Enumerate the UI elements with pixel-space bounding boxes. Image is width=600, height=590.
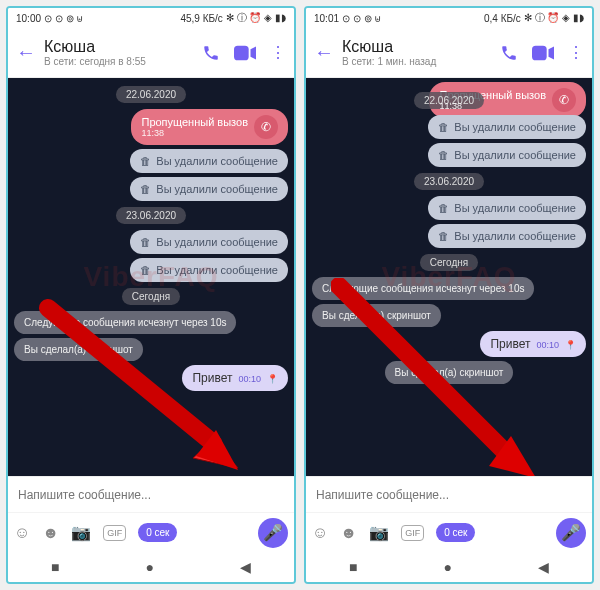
phone-icon: ✆	[552, 88, 576, 112]
video-icon[interactable]	[532, 45, 554, 61]
disappear-notice: Следующие сообщения исчезнут через 10s	[14, 311, 236, 334]
outgoing-message[interactable]: Привет 00:10 📍	[480, 331, 586, 357]
deleted-message: 🗑Вы удалили сообщение	[428, 115, 586, 139]
message-time: 00:10	[536, 340, 559, 350]
phone-screen-right: 10:01 ⊙ ⊙ ⊚ ⊎ 0,4 КБ/с ✻ ⓘ ⏰ ◈ ▮◗ ← Ксюш…	[304, 6, 594, 584]
status-bar: 10:00 ⊙ ⊙ ⊚ ⊎ 45,9 КБ/с ✻ ⓘ ⏰ ◈ ▮◗	[8, 8, 294, 28]
screenshot-notice: Вы сделал(а) скриншот	[14, 338, 143, 361]
deleted-message: 🗑Вы удалили сообщение	[130, 258, 288, 282]
chat-area[interactable]: ViberFAQ Пропущенный вызов 11:38 ✆ 22.06…	[306, 78, 592, 476]
deleted-message: 🗑Вы удалили сообщение	[130, 230, 288, 254]
missed-call-bubble[interactable]: Пропущенный вызов 11:38 ✆	[131, 109, 288, 145]
trash-icon: 🗑	[438, 149, 449, 161]
android-nav: ■ ● ◀	[306, 552, 592, 582]
trash-icon: 🗑	[140, 155, 151, 167]
message-input-bar	[306, 476, 592, 512]
status-time: 10:00	[16, 13, 41, 24]
chat-header: ← Ксюша В сети: 1 мин. назад ⋮	[306, 28, 592, 78]
call-icon[interactable]	[202, 44, 220, 62]
menu-icon[interactable]: ⋮	[568, 43, 584, 62]
location-icon: 📍	[565, 340, 576, 350]
sticker-icon[interactable]: ☺	[312, 524, 328, 542]
trash-icon: 🗑	[438, 202, 449, 214]
trash-icon: 🗑	[140, 264, 151, 276]
android-nav: ■ ● ◀	[8, 552, 294, 582]
menu-icon[interactable]: ⋮	[270, 43, 286, 62]
status-extras: ✻ ⓘ ⏰ ◈ ▮◗	[226, 11, 286, 25]
date-chip: 23.06.2020	[116, 207, 186, 224]
gif-icon[interactable]: GIF	[401, 525, 424, 541]
sticker-icon[interactable]: ☺	[14, 524, 30, 542]
nav-back[interactable]: ◀	[538, 559, 549, 575]
screenshot-notice: Вы сделал(а) скриншот	[312, 304, 441, 327]
message-input[interactable]	[18, 488, 284, 502]
message-text: Привет	[192, 371, 232, 385]
status-bar: 10:01 ⊙ ⊙ ⊚ ⊎ 0,4 КБ/с ✻ ⓘ ⏰ ◈ ▮◗	[306, 8, 592, 28]
location-icon: 📍	[267, 374, 278, 384]
nav-back[interactable]: ◀	[240, 559, 251, 575]
status-data: 0,4 КБ/с	[484, 13, 521, 24]
date-chip: Сегодня	[122, 288, 180, 305]
date-chip: Сегодня	[420, 254, 478, 271]
toolbar: ☺ ☻ 📷 GIF 0 сек 🎤	[8, 512, 294, 552]
trash-icon: 🗑	[438, 121, 449, 133]
disappear-notice: Следующие сообщения исчезнут через 10s	[312, 277, 534, 300]
trash-icon: 🗑	[140, 183, 151, 195]
camera-icon[interactable]: 📷	[369, 523, 389, 542]
missed-call-time: 11:38	[141, 128, 248, 138]
mic-button[interactable]: 🎤	[556, 518, 586, 548]
trash-icon: 🗑	[140, 236, 151, 248]
nav-home[interactable]: ●	[443, 559, 451, 575]
status-notif-icons: ⊙ ⊙ ⊚ ⊎	[342, 13, 381, 24]
back-icon[interactable]: ←	[314, 41, 334, 64]
message-text: Привет	[490, 337, 530, 351]
chat-title: Ксюша	[342, 38, 492, 56]
status-time: 10:01	[314, 13, 339, 24]
outgoing-message[interactable]: Привет 00:10 📍	[182, 365, 288, 391]
chat-area[interactable]: ViberFAQ 22.06.2020 Пропущенный вызов 11…	[8, 78, 294, 476]
phone-screen-left: 10:00 ⊙ ⊙ ⊚ ⊎ 45,9 КБ/с ✻ ⓘ ⏰ ◈ ▮◗ ← Ксю…	[6, 6, 296, 584]
message-input-bar	[8, 476, 294, 512]
screenshot-notice: Вы сделал(а) скриншот	[385, 361, 514, 384]
video-icon[interactable]	[234, 45, 256, 61]
chat-subtitle: В сети: сегодня в 8:55	[44, 56, 194, 67]
camera-icon[interactable]: 📷	[71, 523, 91, 542]
deleted-message: 🗑Вы удалили сообщение	[428, 196, 586, 220]
deleted-message: 🗑Вы удалили сообщение	[428, 143, 586, 167]
call-icon[interactable]	[500, 44, 518, 62]
status-extras: ✻ ⓘ ⏰ ◈ ▮◗	[524, 11, 584, 25]
deleted-message: 🗑Вы удалили сообщение	[428, 224, 586, 248]
message-input[interactable]	[316, 488, 582, 502]
nav-home[interactable]: ●	[145, 559, 153, 575]
nav-recent[interactable]: ■	[51, 559, 59, 575]
emoji-icon[interactable]: ☻	[340, 524, 357, 542]
mic-button[interactable]: 🎤	[258, 518, 288, 548]
gif-icon[interactable]: GIF	[103, 525, 126, 541]
trash-icon: 🗑	[438, 230, 449, 242]
deleted-message: 🗑Вы удалили сообщение	[130, 177, 288, 201]
status-data: 45,9 КБ/с	[180, 13, 222, 24]
svg-rect-1	[532, 45, 547, 60]
svg-rect-0	[234, 45, 249, 60]
nav-recent[interactable]: ■	[349, 559, 357, 575]
toolbar: ☺ ☻ 📷 GIF 0 сек 🎤	[306, 512, 592, 552]
missed-call-label: Пропущенный вызов	[141, 116, 248, 128]
deleted-message: 🗑Вы удалили сообщение	[130, 149, 288, 173]
date-chip: 22.06.2020	[116, 86, 186, 103]
chat-subtitle: В сети: 1 мин. назад	[342, 56, 492, 67]
status-notif-icons: ⊙ ⊙ ⊚ ⊎	[44, 13, 83, 24]
timer-chip[interactable]: 0 сек	[436, 523, 475, 542]
message-time: 00:10	[238, 374, 261, 384]
chat-header: ← Ксюша В сети: сегодня в 8:55 ⋮	[8, 28, 294, 78]
back-icon[interactable]: ←	[16, 41, 36, 64]
timer-chip[interactable]: 0 сек	[138, 523, 177, 542]
missed-call-time: 11:38	[439, 101, 546, 111]
phone-icon: ✆	[254, 115, 278, 139]
date-chip: 23.06.2020	[414, 173, 484, 190]
emoji-icon[interactable]: ☻	[42, 524, 59, 542]
chat-title: Ксюша	[44, 38, 194, 56]
